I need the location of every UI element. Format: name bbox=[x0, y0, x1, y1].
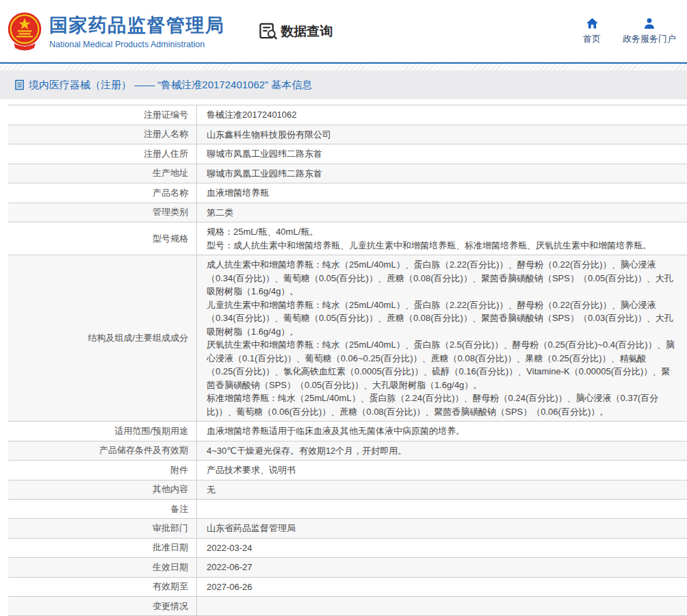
row-value: 规格：25mL/瓶、40mL/瓶。 型号：成人抗生素中和增菌培养瓶、儿童抗生素中… bbox=[197, 222, 687, 255]
row-label: 变更情况 bbox=[8, 597, 197, 615]
table-row: 管理类别 第二类 bbox=[8, 203, 687, 222]
row-value-text: 鲁械注准20172401062 bbox=[207, 108, 297, 122]
row-label: 附件 bbox=[8, 461, 197, 480]
page-title: 境内医疗器械（注册） —— “鲁械注准20172401062” 基本信息 bbox=[29, 79, 312, 92]
row-value-text: 血液增菌培养瓶 bbox=[207, 186, 269, 200]
row-label-text: 产品储存条件及有效期 bbox=[99, 444, 188, 457]
table-row: 生效日期 2022-06-27 bbox=[8, 557, 687, 577]
row-label: 结构及组成/主要组成成分 bbox=[8, 255, 197, 421]
row-label: 注册人住所 bbox=[8, 144, 197, 164]
row-label: 适用范围/预期用途 bbox=[8, 422, 197, 441]
row-value-text: 2022-03-24 bbox=[207, 541, 252, 555]
table-row: 批准日期 2022-03-24 bbox=[8, 538, 687, 558]
table-row: 结构及组成/主要组成成分 成人抗生素中和增菌培养瓶：纯水（25mL/40mL）、… bbox=[8, 255, 687, 421]
row-label: 有效期至 bbox=[8, 578, 197, 597]
national-emblem-logo bbox=[7, 11, 42, 52]
row-label-text: 产品名称 bbox=[153, 187, 188, 199]
table-row: 注册证编号 鲁械注准20172401062 bbox=[8, 105, 687, 125]
brand-text: 国家药品监督管理局 National Medical Products Admi… bbox=[49, 13, 225, 49]
row-value-text: 第二类 bbox=[207, 206, 233, 220]
row-value-text: 2027-06-26 bbox=[207, 580, 252, 594]
row-label: 生效日期 bbox=[8, 558, 197, 577]
table-row: 适用范围/预期用途 血液增菌培养瓶适用于临床血液及其他无菌体液中病原菌的培养。 bbox=[8, 421, 687, 441]
nav-gov-portal[interactable]: 政务服务门户 bbox=[623, 18, 676, 45]
header-nav: 首页 政务服务门户 bbox=[583, 18, 676, 45]
hatch-strip bbox=[0, 64, 687, 70]
row-label-text: 附件 bbox=[170, 464, 188, 476]
row-value-text: 山东省药品监督管理局 bbox=[207, 522, 296, 535]
table-row: 审批部门 山东省药品监督管理局 bbox=[8, 518, 687, 538]
row-label: 备注 bbox=[8, 500, 197, 518]
row-value: 成人抗生素中和增菌培养瓶：纯水（25mL/40mL）、蛋白胨（2.22(百分比)… bbox=[197, 255, 687, 421]
row-value-text: 山东鑫科生物科技股份有限公司 bbox=[207, 128, 331, 142]
row-label-text: 注册人名称 bbox=[144, 128, 188, 140]
breadcrumb: 境内医疗器械（注册） —— “鲁械注准20172401062” 基本信息 bbox=[0, 70, 687, 99]
row-value-text: 成人抗生素中和增菌培养瓶：纯水（25mL/40mL）、蛋白胨（2.22(百分比)… bbox=[207, 258, 677, 418]
row-value: 第二类 bbox=[197, 203, 687, 222]
row-value: 2022-06-27 bbox=[197, 558, 687, 577]
brand: 国家药品监督管理局 National Medical Products Admi… bbox=[7, 11, 225, 52]
row-label-text: 注册证编号 bbox=[144, 109, 188, 121]
registration-info-table: 注册证编号 鲁械注准20172401062 注册人名称 山东鑫科生物科技股份有限… bbox=[8, 105, 687, 616]
row-value-text: 无 bbox=[207, 483, 216, 497]
row-label-text: 适用范围/预期用途 bbox=[114, 425, 188, 437]
row-value-text: 4~30℃干燥避光保存。有效期12个月，开封即用。 bbox=[207, 444, 406, 458]
row-label-text: 管理类别 bbox=[153, 206, 188, 218]
nav-gov-portal-label: 政务服务门户 bbox=[623, 33, 676, 45]
table-row: 附件 产品技术要求、说明书 bbox=[8, 460, 687, 480]
table-row: 注册人住所 聊城市凤凰工业园纬二路东首 bbox=[8, 144, 687, 164]
row-label: 产品储存条件及有效期 bbox=[8, 441, 197, 461]
row-value: 血液增菌培养瓶 bbox=[197, 183, 687, 203]
row-label-text: 型号规格 bbox=[153, 233, 188, 245]
row-label: 批准日期 bbox=[8, 539, 197, 558]
row-label-text: 备注 bbox=[170, 503, 188, 515]
org-name-en: National Medical Products Administration bbox=[49, 40, 225, 49]
table-row: 备注 bbox=[8, 499, 687, 518]
row-value-text: 产品技术要求、说明书 bbox=[207, 463, 296, 477]
row-label-text: 生效日期 bbox=[153, 561, 188, 574]
row-value bbox=[197, 500, 687, 518]
row-label-text: 其他内容 bbox=[153, 483, 188, 496]
row-label: 注册人名称 bbox=[8, 125, 197, 144]
row-value: 2022-03-24 bbox=[197, 539, 687, 558]
row-value-text: 聊城市凤凰工业园纬二路东首 bbox=[207, 147, 322, 161]
row-value: 山东鑫科生物科技股份有限公司 bbox=[197, 125, 687, 144]
table-row: 变更情况 bbox=[8, 596, 687, 615]
row-label-text: 审批部门 bbox=[153, 522, 188, 535]
row-value: 无 bbox=[197, 480, 687, 500]
document-icon bbox=[15, 79, 24, 90]
row-value: 血液增菌培养瓶适用于临床血液及其他无菌体液中病原菌的培养。 bbox=[197, 422, 687, 441]
row-value: 鲁械注准20172401062 bbox=[197, 105, 687, 125]
row-label: 管理类别 bbox=[8, 203, 197, 222]
table-row: 注册人名称 山东鑫科生物科技股份有限公司 bbox=[8, 125, 687, 144]
row-value: 聊城市凤凰工业园纬二路东首 bbox=[197, 164, 687, 183]
table-row: 其他内容 无 bbox=[8, 480, 687, 500]
row-label: 产品名称 bbox=[8, 183, 197, 203]
table-row: 型号规格 规格：25mL/瓶、40mL/瓶。 型号：成人抗生素中和增菌培养瓶、儿… bbox=[8, 222, 687, 255]
nav-home[interactable]: 首页 bbox=[583, 18, 601, 45]
data-query-label: 数据查询 bbox=[281, 23, 333, 40]
row-value-text: 血液增菌培养瓶适用于临床血液及其他无菌体液中病原菌的培养。 bbox=[207, 424, 465, 438]
table-row: 产品名称 血液增菌培养瓶 bbox=[8, 183, 687, 203]
row-value bbox=[197, 597, 687, 615]
table-row: 有效期至 2027-06-26 bbox=[8, 577, 687, 597]
row-value: 山东省药品监督管理局 bbox=[197, 519, 687, 538]
row-label: 其他内容 bbox=[8, 480, 197, 500]
table-row: 产品储存条件及有效期 4~30℃干燥避光保存。有效期12个月，开封即用。 bbox=[8, 441, 687, 461]
site-header: 国家药品监督管理局 National Medical Products Admi… bbox=[0, 0, 687, 62]
row-value: 产品技术要求、说明书 bbox=[197, 461, 687, 480]
user-icon bbox=[644, 18, 655, 29]
row-label-text: 注册人住所 bbox=[144, 148, 188, 160]
row-label: 型号规格 bbox=[8, 222, 197, 255]
home-icon bbox=[586, 18, 598, 29]
data-query-title: 数据查询 bbox=[259, 23, 333, 40]
row-label: 注册证编号 bbox=[8, 105, 197, 125]
row-value-text: 规格：25mL/瓶、40mL/瓶。 型号：成人抗生素中和增菌培养瓶、儿童抗生素中… bbox=[207, 225, 651, 252]
row-label-text: 生产地址 bbox=[153, 167, 188, 179]
row-value: 聊城市凤凰工业园纬二路东首 bbox=[197, 144, 687, 164]
row-value: 2027-06-26 bbox=[197, 578, 687, 597]
row-label-text: 结构及组成/主要组成成分 bbox=[88, 332, 188, 344]
row-value-text: 聊城市凤凰工业园纬二路东首 bbox=[207, 167, 322, 181]
document-search-icon bbox=[259, 23, 278, 40]
row-label-text: 变更情况 bbox=[153, 600, 188, 613]
